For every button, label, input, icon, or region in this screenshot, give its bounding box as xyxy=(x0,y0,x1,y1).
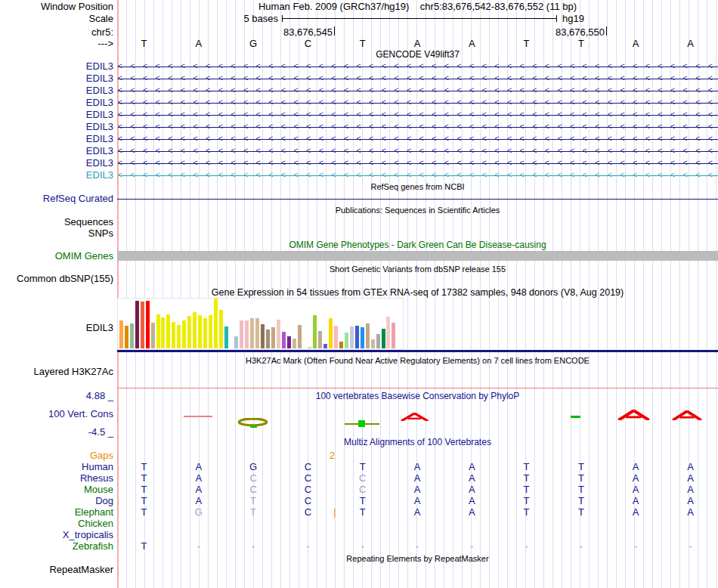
phylop-track-title[interactable]: 100 vertebrates Basewise Conservation by… xyxy=(117,391,718,401)
gencode-transcript-label[interactable]: EDIL3 xyxy=(0,61,113,72)
gtex-tissue-bar[interactable] xyxy=(371,339,375,348)
refseq-curated-item-line[interactable] xyxy=(117,199,718,200)
gtex-tissue-bar[interactable] xyxy=(266,330,270,348)
gtex-tissue-bar[interactable] xyxy=(130,323,134,348)
gtex-tissue-bar[interactable] xyxy=(345,333,348,348)
multiz-species-label-human[interactable]: Human xyxy=(0,462,113,472)
gencode-transcript-line[interactable]: < < < < < < < < < < < < < < < < < < < < … xyxy=(118,133,718,145)
gencode-transcript-label[interactable]: EDIL3 xyxy=(0,134,113,144)
gtex-tissue-bar[interactable] xyxy=(172,322,175,348)
gtex-tissue-bar[interactable] xyxy=(151,323,155,348)
gtex-tissue-bar[interactable] xyxy=(261,324,265,348)
omim-genes-label[interactable]: OMIM Genes xyxy=(0,251,113,262)
dbsnp-label[interactable]: Common dbSNP(155) xyxy=(0,274,113,284)
multiz-species-label-x_tropicalis[interactable]: X_tropicalis xyxy=(0,530,113,540)
gtex-tissue-bar[interactable] xyxy=(318,331,322,348)
gtex-tissue-bar[interactable] xyxy=(350,326,354,348)
multiz-species-label-dog[interactable]: Dog xyxy=(0,496,113,506)
gtex-tissue-bar[interactable] xyxy=(334,326,338,348)
gtex-tissue-bar[interactable] xyxy=(250,318,254,348)
gencode-transcript-label[interactable]: EDIL3 xyxy=(0,97,113,108)
h3k27ac-track-title[interactable]: H3K27Ac Mark (Often Found Near Active Re… xyxy=(117,356,718,366)
gencode-transcript-line[interactable]: < < < < < < < < < < < < < < < < < < < < … xyxy=(118,109,718,121)
repeatmasker-label[interactable]: RepeatMasker xyxy=(0,565,113,575)
publications-track-title[interactable]: Publications: Sequences in Scientific Ar… xyxy=(117,206,718,215)
gtex-tissue-bar[interactable] xyxy=(125,326,128,348)
gtex-tissue-bar[interactable] xyxy=(308,347,311,348)
gtex-tissue-bar[interactable] xyxy=(146,301,150,348)
publications-sequences-label[interactable]: Sequences xyxy=(0,217,113,227)
gencode-transcript-line[interactable]: < < < < < < < < < < < < < < < < < < < < … xyxy=(118,145,718,157)
gtex-tissue-bar[interactable] xyxy=(255,318,259,348)
gtex-tissue-bar[interactable] xyxy=(214,299,218,348)
gtex-tissue-bar[interactable] xyxy=(182,320,186,348)
gtex-tissue-bar[interactable] xyxy=(234,336,238,348)
multiz-species-label-elephant[interactable]: Elephant xyxy=(0,507,113,518)
gencode-transcript-line[interactable]: < < < < < < < < < < < < < < < < < < < < … xyxy=(118,169,718,181)
h3k27ac-label[interactable]: Layered H3K27Ac xyxy=(0,367,113,377)
gtex-tissue-bar[interactable] xyxy=(141,302,144,348)
refseq-curated-label[interactable]: RefSeq Curated xyxy=(0,193,113,204)
gtex-tissue-bar[interactable] xyxy=(323,344,327,348)
repeatmasker-track-title[interactable]: Repeating Elements by RepeatMasker xyxy=(117,554,718,564)
gtex-tissue-bar[interactable] xyxy=(282,332,286,348)
gtex-tissue-bar[interactable] xyxy=(119,320,123,348)
gtex-tissue-bar[interactable] xyxy=(135,301,139,348)
strand-arrow-label[interactable]: ---> xyxy=(0,39,113,49)
phylop-label[interactable]: 100 Vert. Cons xyxy=(0,409,113,419)
gtex-tissue-bar[interactable] xyxy=(198,315,202,348)
gencode-transcript-line[interactable]: < < < < < < < < < < < < < < < < < < < < … xyxy=(118,73,718,85)
gencode-transcript-label[interactable]: EDIL3 xyxy=(0,85,113,96)
gtex-gene-label[interactable]: EDIL3 xyxy=(0,323,113,333)
gencode-transcript-line[interactable]: < < < < < < < < < < < < < < < < < < < < … xyxy=(118,121,718,133)
gtex-tissue-bar[interactable] xyxy=(161,317,165,348)
omim-gene-bar[interactable] xyxy=(117,251,718,261)
gtex-tissue-bar[interactable] xyxy=(177,325,181,348)
gtex-tissue-bar[interactable] xyxy=(366,323,370,348)
gtex-tissue-bar[interactable] xyxy=(382,329,385,348)
omim-track-title[interactable]: OMIM Gene Phenotypes - Dark Green Can Be… xyxy=(117,240,718,250)
gtex-track-title[interactable]: Gene Expression in 54 tissues from GTEx … xyxy=(117,288,718,298)
gtex-tissue-bar[interactable] xyxy=(156,314,160,348)
gtex-tissue-bar[interactable] xyxy=(313,315,317,348)
gtex-tissue-bar[interactable] xyxy=(339,342,343,348)
gencode-transcript-label[interactable]: EDIL3 xyxy=(0,170,113,181)
gtex-tissue-bar[interactable] xyxy=(209,315,212,348)
gtex-tissue-bar[interactable] xyxy=(292,339,296,348)
publications-snps-label[interactable]: SNPs xyxy=(0,228,113,239)
gtex-tissue-bar[interactable] xyxy=(298,325,302,348)
gtex-tissue-bar[interactable] xyxy=(187,316,191,348)
gtex-tissue-bar[interactable] xyxy=(240,320,243,348)
gencode-transcript-label[interactable]: EDIL3 xyxy=(0,73,113,84)
gtex-tissue-bar[interactable] xyxy=(287,336,291,348)
gtex-tissue-bar[interactable] xyxy=(386,317,390,348)
refseq-track-title[interactable]: RefSeq genes from NCBI xyxy=(117,182,718,192)
gencode-transcript-line[interactable]: < < < < < < < < < < < < < < < < < < < < … xyxy=(118,97,718,109)
gtex-tissue-bar[interactable] xyxy=(219,310,223,348)
dbsnp-track-title[interactable]: Short Genetic Variants from dbSNP releas… xyxy=(117,265,718,274)
gencode-transcript-label[interactable]: EDIL3 xyxy=(0,110,113,120)
multiz-gaps-label[interactable]: Gaps xyxy=(0,450,113,461)
gencode-transcript-line[interactable]: < < < < < < < < < < < < < < < < < < < < … xyxy=(118,85,718,97)
gtex-tissue-bar[interactable] xyxy=(277,320,280,348)
gtex-tissue-bar[interactable] xyxy=(376,334,380,348)
multiz-species-label-chicken[interactable]: Chicken xyxy=(0,518,113,529)
gencode-transcript-label[interactable]: EDIL3 xyxy=(0,158,113,169)
gencode-transcript-label[interactable]: EDIL3 xyxy=(0,122,113,132)
multiz-species-label-rhesus[interactable]: Rhesus xyxy=(0,473,113,484)
gtex-tissue-bar[interactable] xyxy=(245,320,249,348)
gtex-tissue-bar[interactable] xyxy=(166,314,170,348)
gtex-tissue-bar[interactable] xyxy=(224,326,228,348)
multiz-species-label-mouse[interactable]: Mouse xyxy=(0,484,113,495)
gencode-transcript-label[interactable]: EDIL3 xyxy=(0,146,113,156)
gtex-tissue-bar[interactable] xyxy=(271,327,275,348)
gencode-transcript-line[interactable]: < < < < < < < < < < < < < < < < < < < < … xyxy=(118,157,718,169)
gtex-tissue-bar[interactable] xyxy=(193,312,197,348)
gencode-track-title[interactable]: GENCODE V49lift37 xyxy=(117,50,718,60)
multiz-species-label-zebrafish[interactable]: Zebrafish xyxy=(0,541,113,552)
gencode-transcript-line[interactable]: < < < < < < < < < < < < < < < < < < < < … xyxy=(118,60,718,73)
gtex-tissue-bar[interactable] xyxy=(203,318,207,348)
gtex-expression-chart[interactable] xyxy=(117,298,404,350)
multiz-track-title[interactable]: Multiz Alignments of 100 Vertebrates xyxy=(117,438,718,447)
gtex-tissue-bar[interactable] xyxy=(329,318,333,348)
